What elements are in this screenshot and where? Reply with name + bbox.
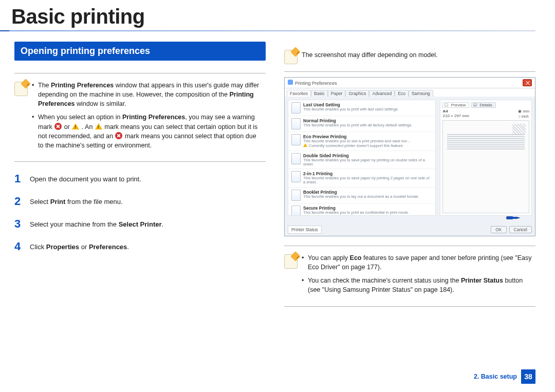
ok-button[interactable]: OK: [491, 226, 506, 233]
bold: Eco: [350, 254, 362, 262]
tab-samsung[interactable]: Samsung: [409, 90, 433, 97]
bold: Printer Status: [461, 277, 503, 284]
step-text: Select your machine from the Select Prin…: [30, 218, 163, 228]
text: Click: [30, 243, 46, 251]
favorite-item[interactable]: Last Used SettingThis favorite enables y…: [288, 100, 435, 116]
text: Select your machine from the: [30, 220, 119, 228]
bold: Print: [50, 198, 66, 206]
text: . An: [80, 123, 95, 130]
favorite-warning: Currently connected printer doesn't supp…: [303, 143, 411, 148]
preview-panel: ☐ Preview ☑ Details A4 210 × 297 mm ◉ mm…: [440, 100, 532, 216]
dialog-tabs: Favorites Basic Paper Graphics Advanced …: [285, 88, 535, 97]
tab-eco[interactable]: Eco: [395, 90, 409, 97]
favorite-item[interactable]: Normal PrintingThis favorite enables you…: [288, 116, 435, 132]
note-box-top-left: The Printing Preferences window that app…: [14, 73, 266, 162]
bold: Preferences: [89, 243, 127, 251]
note-bullet: You can check the machine's current stat…: [302, 276, 532, 294]
page-title: Basic printing: [0, 0, 555, 30]
close-icon[interactable]: [523, 79, 532, 86]
note-icon: [284, 254, 298, 269]
unit-radios: ◉ mm ○ inch: [518, 109, 529, 119]
favorite-desc: This favorite enables you to print as co…: [303, 211, 409, 215]
preview-tabs: ☐ Preview ☑ Details: [442, 102, 529, 108]
printer-status-button[interactable]: Printer Status: [288, 226, 322, 234]
text: from the file menu.: [65, 198, 122, 206]
note-icon: [284, 50, 298, 64]
bold: Printing Preferences: [122, 114, 185, 121]
favorite-desc: This favorite enables you to save paper …: [303, 158, 432, 167]
tab-advanced[interactable]: Advanced: [369, 90, 395, 97]
chapter-label: 2. Basic setup: [474, 373, 517, 380]
favorite-item[interactable]: 2-in-1 PrintingThis favorite enables you…: [288, 169, 435, 188]
tab-details[interactable]: ☑ Details: [471, 102, 496, 108]
bold: Printing Preferences: [51, 82, 114, 89]
note-bullets-right: You can apply Eco features to save paper…: [302, 253, 532, 299]
left-column: Opening printing preferences The Printin…: [14, 42, 266, 318]
favorite-desc: This favorite enables you to print with …: [303, 107, 399, 111]
favorite-title: Booklet Printing: [303, 190, 419, 195]
favorite-thumb-icon: [291, 102, 301, 114]
favorite-thumb-icon: [291, 206, 301, 216]
right-column: The screenshot may differ depending on m…: [284, 42, 535, 318]
warning-icon: [72, 123, 79, 129]
dialog-body: Last Used SettingThis favorite enables y…: [285, 97, 535, 219]
text: .: [162, 220, 164, 228]
text: window is similar.: [75, 100, 126, 107]
note-bullets-left: The Printing Preferences window that app…: [32, 81, 263, 154]
note-bullet: When you select an option in Printing Pr…: [32, 113, 263, 150]
note-icon: [14, 82, 28, 96]
paper-info: A4 210 × 297 mm ◉ mm ○ inch: [442, 109, 529, 119]
tab-basic[interactable]: Basic: [311, 90, 328, 97]
favorite-title: Secure Printing: [303, 206, 409, 211]
title-rule: [0, 30, 535, 31]
tab-preview[interactable]: ☐ Preview: [442, 102, 469, 108]
step-text: Select Print from the file menu.: [30, 196, 123, 206]
note-box-bottom-right: You can apply Eco features to save paper…: [284, 246, 535, 307]
samsung-logo: [506, 215, 530, 220]
bold: Select Printer: [119, 220, 162, 228]
step-text: Click Properties or Preferences.: [30, 241, 129, 251]
radio-mm[interactable]: ◉ mm: [518, 109, 529, 114]
text: Select: [30, 198, 50, 206]
text: The: [38, 82, 51, 89]
cancel-button[interactable]: Cancel: [509, 226, 532, 233]
radio-inch[interactable]: ○ inch: [518, 114, 529, 119]
warning-icon: [303, 215, 307, 216]
text: When you select an option in: [38, 114, 122, 121]
paper-size: 210 × 297 mm: [442, 114, 469, 118]
bold: Properties: [46, 243, 79, 251]
tab-graphics[interactable]: Graphics: [345, 90, 369, 97]
favorite-item[interactable]: Double Sided PrintingThis favorite enabl…: [288, 151, 435, 170]
favorite-thumb-icon: [291, 118, 301, 129]
text: or: [79, 243, 89, 251]
favorite-warning: Currently connected printer doesn't supp…: [303, 215, 409, 216]
favorite-item[interactable]: Eco Preview PrintingThis favorite enable…: [288, 132, 435, 151]
tab-favorites[interactable]: Favorites: [287, 90, 311, 97]
favorite-item[interactable]: Booklet PrintingThis favorite enables yo…: [288, 188, 435, 203]
favorite-desc: This favorite enables you to lay out a d…: [303, 195, 419, 199]
paper-label: A4: [442, 109, 469, 114]
favorite-thumb-icon: [291, 171, 301, 182]
favorite-desc: This favorite enables you to see a print…: [303, 139, 411, 143]
section-header: Opening printing preferences: [14, 42, 266, 61]
step-item: Select Print from the file menu.: [14, 196, 266, 207]
note-bullet: You can apply Eco features to save paper…: [302, 253, 532, 272]
text: You can apply: [308, 254, 350, 262]
tab-paper[interactable]: Paper: [328, 90, 346, 97]
step-item: Select your machine from the Select Prin…: [14, 218, 266, 230]
favorites-list: Last Used SettingThis favorite enables y…: [288, 100, 436, 216]
note-box-top-right: The screenshot may differ depending on m…: [284, 42, 535, 72]
text: .: [127, 243, 129, 251]
page-number: 38: [521, 369, 535, 384]
page-preview: [442, 120, 529, 213]
favorite-thumb-icon: [291, 190, 301, 201]
favorite-title: Double Sided Printing: [303, 153, 432, 158]
printing-preferences-screenshot: Printing Preferences Favorites Basic Pap…: [284, 77, 535, 236]
step-item: Click Properties or Preferences.: [14, 241, 266, 252]
page-footer: 2. Basic setup 38: [474, 369, 535, 384]
favorite-desc: This favorite enables you to print with …: [303, 123, 413, 127]
error-icon: [115, 132, 122, 139]
text: You can check the machine's current stat…: [308, 277, 461, 284]
favorite-item[interactable]: Secure PrintingThis favorite enables you…: [288, 203, 435, 216]
steps-list: Open the document you want to print. Sel…: [14, 173, 266, 252]
